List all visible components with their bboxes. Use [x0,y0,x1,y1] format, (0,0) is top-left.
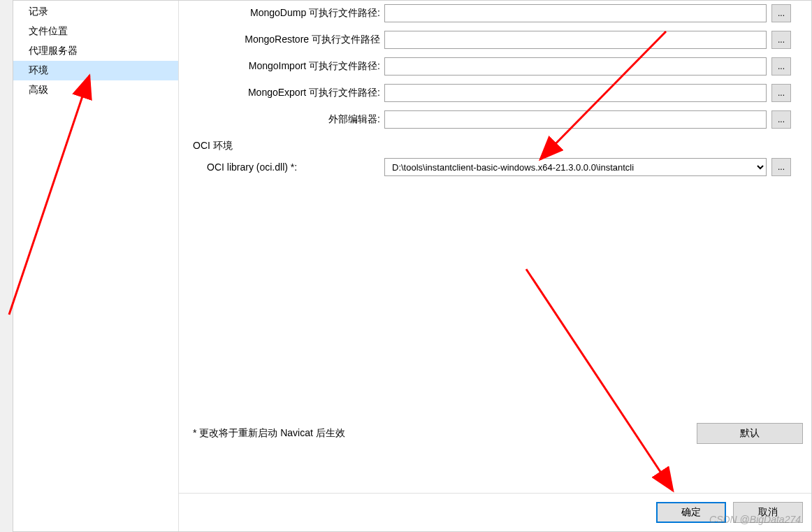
restart-note: * 更改将于重新启动 Navicat 后生效 [193,427,345,440]
mongoimport-input[interactable] [384,57,767,76]
mongoexport-row: MongoExport 可执行文件路径: ... [179,84,811,102]
note-row: * 更改将于重新启动 Navicat 后生效 默认 [193,423,803,444]
ok-button[interactable]: 确定 [656,502,726,523]
mongodump-browse-button[interactable]: ... [771,4,791,22]
external-editor-input[interactable] [384,110,767,129]
mongorestore-label: MongoRestore 可执行文件路径 [179,34,384,46]
sidebar-item-history[interactable]: 记录 [13,2,178,22]
mongorestore-browse-button[interactable]: ... [771,31,791,49]
sidebar-item-file-location[interactable]: 文件位置 [13,22,178,41]
mongodump-input[interactable] [384,4,767,22]
cancel-button[interactable]: 取消 [733,502,803,523]
mongoimport-browse-button[interactable]: ... [771,57,791,76]
mongodump-row: MongoDump 可执行文件路径: ... [179,4,811,22]
mongoimport-label: MongoImport 可执行文件路径: [179,60,384,73]
mongodump-label: MongoDump 可执行文件路径: [179,7,384,20]
settings-window: 记录 文件位置 代理服务器 环境 高级 MongoDump 可执行文件路径: .… [13,0,812,532]
sidebar-item-advanced[interactable]: 高级 [13,80,178,100]
mongorestore-input[interactable] [384,31,767,49]
mongoexport-browse-button[interactable]: ... [771,84,791,102]
mongoimport-row: MongoImport 可执行文件路径: ... [179,57,811,76]
mongoexport-label: MongoExport 可执行文件路径: [179,87,384,99]
oci-section-label: OCI 环境 [179,137,811,158]
sidebar: 记录 文件位置 代理服务器 环境 高级 [13,1,179,531]
content-pane: MongoDump 可执行文件路径: ... MongoRestore 可执行文… [179,1,811,531]
external-editor-row: 外部编辑器: ... [179,110,811,129]
form-area: MongoDump 可执行文件路径: ... MongoRestore 可执行文… [179,1,811,493]
external-editor-label: 外部编辑器: [179,113,384,126]
oci-library-select[interactable]: D:\tools\instantclient-basic-windows.x64… [384,158,767,176]
external-editor-browse-button[interactable]: ... [771,110,791,129]
main-content: 记录 文件位置 代理服务器 环境 高级 MongoDump 可执行文件路径: .… [13,1,811,531]
oci-library-browse-button[interactable]: ... [771,158,791,176]
mongorestore-row: MongoRestore 可执行文件路径 ... [179,31,811,49]
footer: 确定 取消 [179,493,811,531]
oci-library-row: OCI library (oci.dll) *: D:\tools\instan… [179,158,811,176]
default-button[interactable]: 默认 [697,423,803,444]
sidebar-item-environment[interactable]: 环境 [13,61,178,80]
sidebar-item-proxy[interactable]: 代理服务器 [13,41,178,61]
oci-library-label: OCI library (oci.dll) *: [179,161,384,173]
mongoexport-input[interactable] [384,84,767,102]
